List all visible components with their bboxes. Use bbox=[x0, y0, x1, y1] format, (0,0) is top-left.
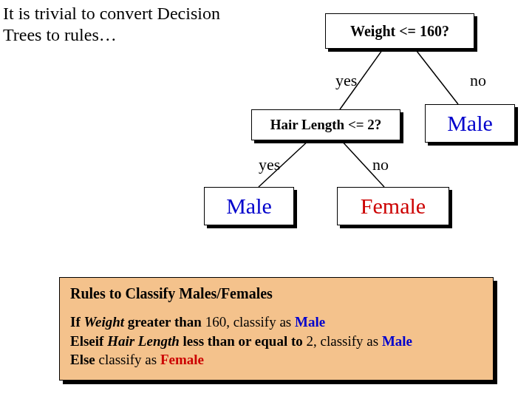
svg-line-1 bbox=[414, 47, 458, 104]
rule-class: Male bbox=[295, 314, 325, 330]
rule-keyword: Elseif bbox=[70, 333, 103, 349]
rule-keyword: Else bbox=[70, 352, 95, 367]
leaf-male-right: Male bbox=[425, 104, 515, 143]
decision-node-hair-length: Hair Length <= 2? bbox=[251, 109, 400, 140]
edge-label-yes: yes bbox=[335, 71, 357, 90]
rule-val: 2, bbox=[303, 333, 317, 349]
rule-cond: less than or equal to bbox=[180, 333, 303, 349]
rule-1: If Weight greater than 160, classify as … bbox=[70, 313, 482, 332]
rule-class: Male bbox=[382, 333, 412, 349]
leaf-male-left: Male bbox=[204, 187, 294, 225]
rule-act: classify as bbox=[95, 352, 160, 367]
edge-label-no: no bbox=[470, 71, 486, 90]
rules-body: If Weight greater than 160, classify as … bbox=[70, 313, 482, 369]
edge-label-no-2: no bbox=[372, 155, 389, 174]
rule-act: classify as bbox=[317, 333, 382, 349]
rule-val: 160, bbox=[202, 314, 230, 330]
rule-cond: greater than bbox=[124, 314, 202, 330]
rule-2: Elseif Hair Length less than or equal to… bbox=[70, 332, 482, 351]
rules-header: Rules to Classify Males/Females bbox=[70, 285, 482, 302]
rule-class: Female bbox=[160, 352, 204, 367]
rule-attr: Hair Length bbox=[107, 333, 180, 349]
rule-3: Else classify as Female bbox=[70, 350, 482, 369]
rule-attr: Weight bbox=[83, 314, 124, 330]
rules-panel: Rules to Classify Males/Females If Weigh… bbox=[59, 277, 494, 381]
leaf-female: Female bbox=[337, 187, 449, 225]
rule-act: classify as bbox=[230, 314, 295, 330]
decision-node-weight: Weight <= 160? bbox=[325, 13, 474, 49]
rule-keyword: If bbox=[70, 314, 81, 330]
edge-label-yes-2: yes bbox=[259, 155, 280, 174]
